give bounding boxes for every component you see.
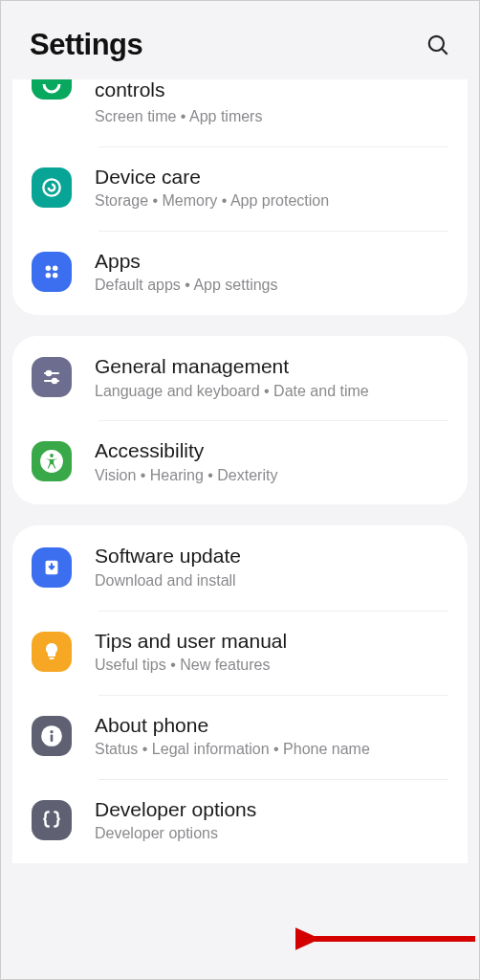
row-title: Tips and user manual (95, 628, 287, 654)
settings-group-3: Software update Download and install Tip… (12, 525, 468, 862)
row-subtitle: Developer options (95, 824, 256, 844)
accessibility-icon (32, 441, 72, 481)
row-title: Software update (95, 543, 241, 568)
settings-row-tips-manual[interactable]: Tips and user manual Useful tips • New f… (12, 611, 468, 695)
svg-point-6 (53, 273, 57, 278)
row-title: Device care (95, 164, 329, 189)
device-care-icon (32, 167, 72, 208)
row-title: About phone (95, 712, 370, 738)
header: Settings (1, 1, 479, 79)
settings-row-accessibility[interactable]: Accessibility Vision • Hearing • Dexteri… (12, 420, 468, 504)
settings-row-apps[interactable]: Apps Default apps • App settings (12, 231, 468, 315)
settings-row-about-phone[interactable]: About phone Status • Legal information •… (12, 695, 468, 779)
svg-point-12 (50, 455, 54, 458)
apps-icon (32, 252, 72, 292)
annotation-arrow (295, 920, 477, 958)
settings-group-1: controls Screen time • App timers Device… (12, 79, 468, 315)
page-title: Settings (30, 28, 142, 62)
svg-point-10 (53, 379, 56, 383)
svg-point-0 (429, 36, 444, 51)
row-title: Apps (95, 248, 278, 274)
settings-row-developer-options[interactable]: Developer options Developer options (12, 779, 468, 863)
row-subtitle: Screen time • App timers (95, 107, 262, 127)
settings-row-device-care[interactable]: Device care Storage • Memory • App prote… (12, 146, 468, 231)
wellbeing-icon (32, 79, 72, 100)
svg-point-16 (50, 730, 53, 733)
search-icon (425, 33, 450, 57)
svg-line-1 (442, 49, 447, 54)
svg-point-4 (53, 266, 57, 272)
svg-point-2 (43, 179, 59, 195)
bulb-icon (32, 632, 72, 672)
svg-rect-17 (51, 734, 54, 742)
row-subtitle: Vision • Hearing • Dexterity (95, 466, 277, 486)
row-title: Developer options (95, 796, 256, 822)
row-subtitle: Storage • Memory • App protection (95, 191, 329, 212)
svg-rect-14 (50, 657, 55, 659)
info-icon (32, 716, 72, 756)
download-icon (32, 547, 72, 588)
row-subtitle: Status • Legal information • Phone name (95, 740, 370, 760)
settings-row-software-update[interactable]: Software update Download and install (12, 525, 468, 610)
row-subtitle: Language and keyboard • Date and time (95, 382, 369, 402)
row-subtitle: Default apps • App settings (95, 276, 278, 296)
settings-group-2: General management Language and keyboard… (12, 336, 468, 504)
row-title: Accessibility (95, 437, 277, 463)
braces-icon (32, 800, 72, 840)
settings-row-digital-wellbeing[interactable]: controls Screen time • App timers (12, 79, 468, 146)
settings-row-general-management[interactable]: General management Language and keyboard… (12, 336, 468, 420)
svg-point-5 (46, 273, 52, 278)
search-button[interactable] (425, 33, 450, 57)
row-subtitle: Download and install (95, 571, 241, 591)
svg-point-8 (47, 371, 51, 375)
sliders-icon (32, 357, 72, 397)
row-subtitle: Useful tips • New features (95, 656, 287, 676)
row-title: controls (95, 79, 262, 102)
svg-point-3 (46, 266, 52, 272)
row-title: General management (95, 353, 369, 379)
